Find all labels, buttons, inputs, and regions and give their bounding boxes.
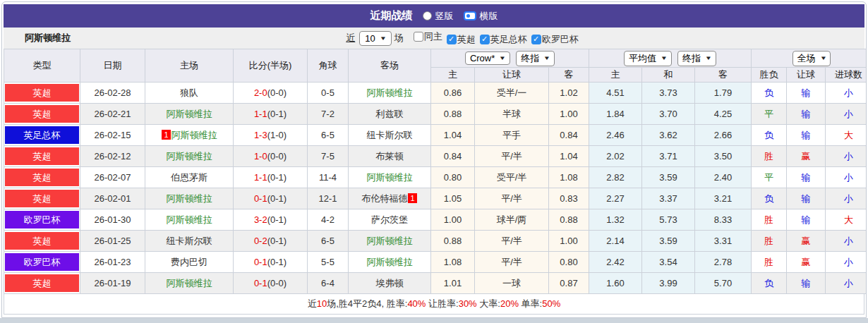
- halftime-score: (0-0): [267, 151, 287, 162]
- radio-unselected-icon[interactable]: [423, 11, 432, 20]
- corner-cell: 7-2: [308, 104, 349, 125]
- crow-home-odds-cell: 1.04: [431, 125, 475, 146]
- result-cell: 胜: [752, 231, 787, 252]
- sub-header-handicap: 让球: [475, 68, 549, 83]
- date-cell: 26-02-07: [80, 167, 145, 188]
- col-header-date: 日期: [80, 49, 145, 83]
- avg-draw-cell: 3.59: [642, 231, 695, 252]
- filter-checkbox-0[interactable]: 同主: [414, 30, 442, 43]
- avg-home-cell: 2.14: [589, 231, 642, 252]
- league-badge: 英超: [5, 147, 79, 165]
- away-team-cell: 利兹联: [349, 104, 431, 125]
- crow-away-odds-cell: 1.00: [549, 104, 589, 125]
- table-row: 英超26-02-21阿斯顿维拉1-1(0-1)7-2利兹联0.88半球1.001…: [4, 104, 867, 125]
- checkbox-checked-icon[interactable]: ✓: [531, 35, 541, 44]
- avg-home-cell: 1.32: [589, 209, 642, 231]
- filter-checkbox-2[interactable]: ✓英足总杯: [480, 33, 527, 46]
- score-cell: 1-1(0-1): [234, 104, 308, 125]
- avg-away-cell: 1.79: [695, 83, 752, 104]
- avg-draw-cell: 3.54: [642, 252, 695, 273]
- score-cell: 1-0(0-0): [234, 146, 308, 167]
- match-count-select[interactable]: 10 ▼: [359, 31, 391, 46]
- summary-line: 近10场,胜4平2负4, 胜率:40% 让胜率:30% 大率:20% 单率:50…: [308, 298, 560, 310]
- scope-select[interactable]: 全场 ▼: [792, 51, 831, 66]
- odds-company-select[interactable]: Crow* ▼: [465, 51, 510, 65]
- date-cell: 26-01-25: [80, 231, 145, 252]
- corner-cell: 6-5: [308, 125, 349, 146]
- date-cell: 26-02-21: [80, 104, 145, 125]
- halftime-score: (0-1): [267, 236, 287, 246]
- home-team-cell: 阿斯顿维拉: [145, 209, 234, 231]
- league-type-cell: 英超: [4, 273, 80, 294]
- halftime-score: (1-0): [267, 130, 287, 140]
- crow-home-odds-cell: 1.05: [431, 188, 475, 209]
- near-link[interactable]: 近: [346, 32, 355, 44]
- league-badge: 英超: [5, 84, 79, 102]
- final-odds-select-2[interactable]: 终指 ▼: [677, 51, 716, 66]
- score-cell: 1-1(0-1): [234, 167, 308, 188]
- date-cell: 26-01-19: [80, 273, 145, 294]
- handicap-cell: 一球: [475, 273, 549, 294]
- handicap-cell: 受平/半: [475, 167, 549, 188]
- corner-cell: 4-2: [308, 209, 349, 231]
- result-cell: 负: [752, 273, 787, 294]
- avg-draw-cell: 3.70: [642, 104, 695, 125]
- avg-away-cell: 5.70: [695, 273, 752, 294]
- avg-away-cell: 2.40: [695, 167, 752, 188]
- checkbox-checked-icon[interactable]: ✓: [480, 35, 490, 44]
- table-row: 英超26-01-19阿斯顿维拉0-1(0-0)6-4埃弗顿1.01一球0.871…: [4, 273, 867, 294]
- handicap-cell: 平/半: [475, 231, 549, 252]
- avg-draw-cell: 3.62: [642, 125, 695, 146]
- handicap-result-cell: 赢: [787, 231, 826, 252]
- final-odds-select-1[interactable]: 终指 ▼: [516, 51, 555, 66]
- corner-cell: 7-5: [308, 146, 349, 167]
- filter-checkbox-3[interactable]: ✓欧罗巴杯: [531, 33, 579, 46]
- corner-cell: 5-5: [308, 252, 349, 273]
- home-team-cell: 阿斯顿维拉: [145, 273, 234, 294]
- fulltime-score: 2-0: [254, 87, 267, 98]
- final-odds-value-2: 终指: [682, 52, 701, 65]
- home-team-name: 阿斯顿维拉: [167, 109, 212, 119]
- avg-home-cell: 2.27: [589, 188, 642, 209]
- fulltime-score: 0-2: [254, 236, 267, 246]
- away-team-name: 布伦特福德: [361, 193, 407, 204]
- sub-header-handicap-result: 让球: [787, 68, 826, 83]
- crow-away-odds-cell: 0.83: [549, 188, 589, 209]
- average-value: 平均值: [629, 52, 656, 65]
- date-cell: 26-02-28: [80, 83, 145, 104]
- summary-label: 让胜率:: [426, 298, 458, 309]
- score-cell: 0-2(0-1): [234, 231, 308, 252]
- handicap-result-cell: 赢: [787, 146, 826, 167]
- layout-radio-horizontal[interactable]: 横版: [464, 10, 498, 23]
- away-team-cell: 阿斯顿维拉: [349, 83, 431, 104]
- score-cell: 0-1(0-1): [234, 252, 308, 273]
- checkbox-checked-icon[interactable]: ✓: [447, 35, 457, 44]
- goals-result-cell: 小: [826, 188, 867, 209]
- filter-checkbox-1[interactable]: ✓英超: [447, 33, 476, 46]
- results-panel: 近期战绩 竖版 横版 阿斯顿维拉 近 10 ▼ 场 同主✓英超✓英足总杯✓欧罗巴…: [1, 1, 867, 318]
- avg-home-cell: 1.60: [589, 273, 642, 294]
- radio-selected-icon[interactable]: [464, 11, 476, 20]
- home-team-name: 阿斯顿维拉: [171, 130, 217, 140]
- corner-cell: 11-4: [308, 167, 349, 188]
- checkbox-unchecked-icon[interactable]: [414, 32, 423, 42]
- home-team-name: 伯恩茅斯: [171, 172, 207, 183]
- crow-home-odds-cell: 0.84: [431, 146, 475, 167]
- scope-value: 全场: [797, 52, 816, 65]
- summary-label: 单率:: [519, 298, 542, 309]
- goals-result-cell: 大: [826, 125, 867, 146]
- average-select[interactable]: 平均值 ▼: [624, 51, 672, 66]
- league-badge: 欧罗巴杯: [5, 211, 79, 228]
- handicap-result-cell: 输: [787, 167, 826, 188]
- summary-value: 50%: [542, 298, 560, 309]
- layout-radio-vertical[interactable]: 竖版: [423, 10, 454, 23]
- crow-home-odds-cell: 1.08: [431, 252, 475, 273]
- crow-away-odds-cell: 1.02: [549, 83, 589, 104]
- corner-cell: 6-5: [308, 231, 349, 252]
- away-team-cell: 萨尔茨堡: [349, 209, 431, 231]
- sub-header-avg-draw: 和: [642, 68, 695, 83]
- handicap-result-cell: 输: [787, 209, 826, 231]
- goals-result-cell: 小: [826, 231, 867, 252]
- result-cell: 胜: [752, 209, 787, 231]
- goals-result-cell: 小: [826, 146, 867, 167]
